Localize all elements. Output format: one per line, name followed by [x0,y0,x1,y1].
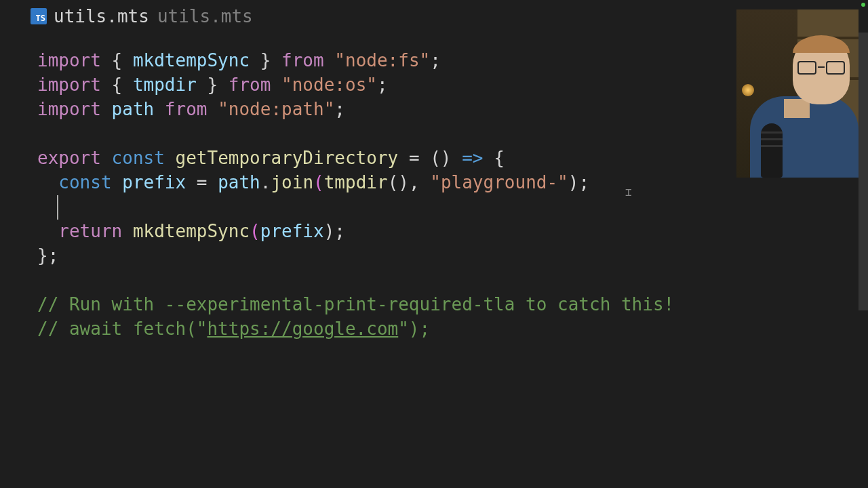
arrow: => [462,148,483,168]
scrollbar[interactable] [859,33,868,310]
function-name: getTemporaryDirectory [176,148,399,168]
glasses-icon [797,61,845,76]
keyword-import: import [37,50,101,70]
code-line[interactable]: }; [37,244,868,268]
status-dot-icon [861,3,865,7]
keyword-return: return [58,221,122,241]
tab-filename[interactable]: utils.mts [54,6,149,26]
comment-url: https://google.com [207,319,398,339]
typescript-icon: TS [31,8,47,24]
string-literal: "node:fs" [334,50,430,70]
microphone-icon [761,123,783,178]
text-cursor [57,195,58,220]
keyword-from: from [281,50,324,70]
lamp-decoration [742,84,754,96]
ibeam-cursor-icon: ⌶ [625,185,631,197]
tab-path: utils.mts [157,6,253,26]
identifier: mkdtempSync [133,50,250,70]
webcam-overlay [736,9,859,178]
comment: // Run with --experimental-print-require… [37,294,674,314]
keyword-export: export [37,148,101,168]
keyword-const: const [112,148,165,168]
code-line-blank[interactable] [37,268,868,293]
code-line[interactable]: return mkdtempSync(prefix); [37,220,868,244]
code-line-comment[interactable]: // await fetch("https://google.com"); [37,317,868,342]
code-line-cursor[interactable] [37,195,868,220]
code-line-comment[interactable]: // Run with --experimental-print-require… [37,293,868,317]
